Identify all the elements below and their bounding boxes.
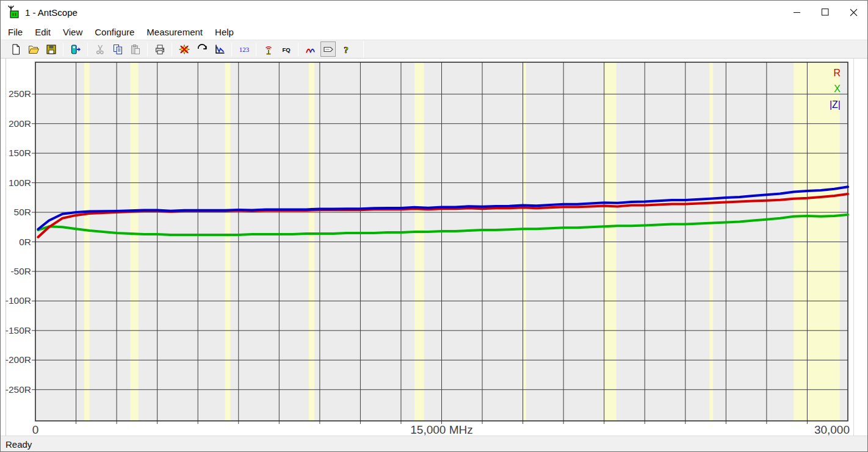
y-axis-tick-label: 100R <box>2 178 31 188</box>
impedance-plot[interactable] <box>1 59 868 436</box>
fq-letters-icon: FQ <box>280 43 292 56</box>
burst-star-icon <box>178 43 190 56</box>
help-button[interactable]: ? <box>338 41 353 57</box>
toolbar-separator <box>63 43 63 56</box>
status-text: Ready <box>5 439 32 450</box>
antenna-signal-button[interactable] <box>261 41 276 57</box>
toolbar: 123FQ? <box>1 40 867 59</box>
svg-text:?: ? <box>344 45 349 54</box>
refresh-arrows-icon <box>196 43 208 56</box>
maximize-button[interactable] <box>811 1 839 24</box>
toolbar-separator <box>172 43 172 56</box>
toolbar-separator <box>147 43 148 56</box>
toolbar-separator <box>298 43 298 56</box>
numbers-123-icon: 123 <box>238 43 250 56</box>
minimize-icon <box>793 8 801 16</box>
close-button[interactable] <box>839 1 867 24</box>
y-axis-tick-label: -50R <box>2 266 31 277</box>
frequency-button[interactable]: FQ <box>278 41 294 57</box>
toolbar-separator <box>363 41 364 58</box>
print-button[interactable] <box>152 41 167 57</box>
save-floppy-icon <box>45 43 57 56</box>
new-document-icon <box>10 43 22 56</box>
menu-item-configure[interactable]: Configure <box>89 24 140 40</box>
cut-scissors-icon <box>94 43 106 56</box>
analyzer-connect-button[interactable] <box>68 41 83 57</box>
printer-icon <box>154 43 166 56</box>
y-axis-tick-label: 0R <box>2 237 31 248</box>
copy-button[interactable] <box>110 41 125 57</box>
menu-item-help[interactable]: Help <box>209 24 240 40</box>
menu-bar: FileEditViewConfigureMeasurementHelp <box>1 24 867 40</box>
menu-item-measurement[interactable]: Measurement <box>140 24 209 40</box>
swr-chart-button[interactable] <box>212 41 227 57</box>
y-axis-tick-label: -200R <box>2 354 31 365</box>
window-title: 1 - AntScope <box>25 7 78 18</box>
status-bar: Ready <box>1 436 867 452</box>
save-file-button[interactable] <box>43 41 59 57</box>
new-file-button[interactable] <box>8 41 23 57</box>
legend-label-R: R <box>809 65 841 81</box>
x-axis-tick-label: 15,000 MHz <box>381 423 503 437</box>
x-axis-tick-label: 0 <box>0 423 96 437</box>
toolbar-separator <box>231 43 232 56</box>
antscope-app-icon <box>7 4 20 20</box>
refresh-button[interactable] <box>194 41 209 57</box>
y-axis-tick-label: 250R <box>2 88 31 99</box>
minimize-button[interactable] <box>783 1 811 24</box>
paste-clipboard-icon <box>129 43 142 56</box>
paste-button[interactable] <box>128 41 143 57</box>
open-folder-icon <box>27 43 40 56</box>
overlay-curves-icon <box>305 43 317 56</box>
maximize-icon <box>821 8 830 16</box>
title-bar: 1 - AntScope <box>1 1 867 24</box>
numeric-view-button[interactable]: 123 <box>236 41 251 57</box>
legend-label-X: X <box>809 81 841 96</box>
window-controls <box>783 1 867 24</box>
open-file-button[interactable] <box>26 41 41 57</box>
overlay-curves-button[interactable] <box>303 41 318 57</box>
y-axis-tick-label: -150R <box>2 325 31 336</box>
svg-text:123: 123 <box>239 46 249 53</box>
y-axis-tick-label: -250R <box>2 384 31 395</box>
analyzer-device-icon <box>70 43 82 56</box>
y-axis-tick-label: 150R <box>2 148 31 159</box>
svg-text:FQ: FQ <box>282 46 290 52</box>
antscope-window: 1 - AntScope FileEditViewConfigureMeasur… <box>0 0 868 452</box>
x-axis-tick-label: 30,000 <box>764 423 850 437</box>
copy-pages-icon <box>112 43 124 56</box>
question-mark-icon: ? <box>340 43 352 56</box>
y-axis-tick-label: -100R <box>2 295 31 306</box>
new-measurement-button[interactable] <box>176 41 192 57</box>
chart-curve-icon <box>214 43 226 56</box>
antenna-signal-icon <box>262 43 275 56</box>
legend-label-Z: |Z| <box>809 97 841 112</box>
chart-area: 250R200R150R100R50R0R-50R-100R-150R-200R… <box>1 59 868 436</box>
y-axis-tick-label: 50R <box>2 207 31 218</box>
toolbar-separator <box>87 43 88 56</box>
menu-item-edit[interactable]: Edit <box>29 24 57 40</box>
labels-toggle-button[interactable] <box>320 41 336 57</box>
menu-item-view[interactable]: View <box>57 24 89 40</box>
tag-label-icon <box>322 43 335 56</box>
close-icon <box>849 8 858 17</box>
menu-item-file[interactable]: File <box>2 24 29 40</box>
cut-button[interactable] <box>92 41 107 57</box>
toolbar-separator <box>256 43 256 56</box>
y-axis-tick-label: 200R <box>2 118 31 129</box>
